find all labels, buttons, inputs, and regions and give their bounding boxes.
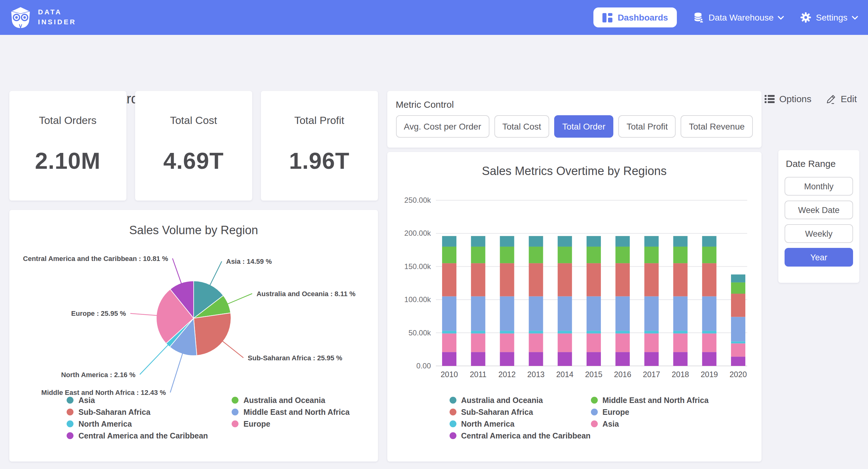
bar-segment[interactable] [644,296,658,331]
bar-segment[interactable] [644,331,658,333]
bar-segment[interactable] [500,331,514,333]
nav-data-warehouse[interactable]: Data Warehouse [693,12,784,23]
bar-segment[interactable] [615,352,629,366]
bar-segment[interactable] [442,247,456,263]
bar-segment[interactable] [731,357,745,366]
legend-item[interactable]: Central America and the Caribbean [449,430,591,442]
metric-button-total-cost[interactable]: Total Cost [494,115,550,138]
bar-segment[interactable] [586,333,600,352]
bar-segment[interactable] [528,236,542,247]
bar-segment[interactable] [731,341,745,343]
bar-segment[interactable] [615,331,629,333]
bar-segment[interactable] [673,263,687,296]
date-button-week-date[interactable]: Week Date [784,201,853,219]
legend-item[interactable]: Sub-Saharan Africa [449,406,591,418]
bar-segment[interactable] [528,331,542,333]
bar-segment[interactable] [442,331,456,333]
bar-segment[interactable] [673,331,687,333]
bar-segment[interactable] [586,352,600,366]
bar-segment[interactable] [442,263,456,296]
metric-button-total-order[interactable]: Total Order [554,115,614,138]
metric-button-total-profit[interactable]: Total Profit [619,115,676,138]
legend-item[interactable]: Middle East and North Africa [231,406,350,418]
bar-segment[interactable] [471,263,485,296]
bar-segment[interactable] [528,352,542,366]
bar-segment[interactable] [702,296,716,331]
bar-segment[interactable] [731,344,745,357]
bar-segment[interactable] [528,333,542,352]
bar-segment[interactable] [557,296,571,331]
bar-segment[interactable] [500,296,514,331]
bar-segment[interactable] [615,296,629,331]
bar-segment[interactable] [615,247,629,263]
legend-item[interactable]: Australia and Oceania [449,394,591,406]
bar-segment[interactable] [615,263,629,296]
bar-segment[interactable] [644,333,658,352]
bar-segment[interactable] [471,247,485,263]
bar-segment[interactable] [731,283,745,294]
bar-segment[interactable] [557,247,571,263]
legend-item[interactable]: North America [67,418,208,430]
bar-segment[interactable] [615,236,629,247]
bar-segment[interactable] [442,236,456,247]
bar-segment[interactable] [644,263,658,296]
bar-segment[interactable] [442,352,456,366]
options-button[interactable]: Options [765,93,811,104]
date-button-year[interactable]: Year [784,248,853,267]
bar-segment[interactable] [528,263,542,296]
date-button-monthly[interactable]: Monthly [784,177,853,196]
legend-item[interactable]: Australia and Oceania [231,394,350,406]
bar-segment[interactable] [500,236,514,247]
bar-segment[interactable] [702,263,716,296]
bar-segment[interactable] [557,333,571,352]
legend-item[interactable]: Asia [67,394,208,406]
bar-segment[interactable] [471,333,485,352]
bar-segment[interactable] [557,352,571,366]
legend-item[interactable]: Asia [591,418,709,430]
pie-slice-2[interactable] [194,313,231,356]
bar-segment[interactable] [673,296,687,331]
pie-chart[interactable]: Asia : 14.59 %Australia and Oceania : 8.… [9,235,378,397]
bar-segment[interactable] [528,247,542,263]
legend-item[interactable]: Central America and the Caribbean [67,430,208,442]
bar-segment[interactable] [731,294,745,317]
bar-segment[interactable] [528,296,542,331]
bar-segment[interactable] [702,333,716,352]
legend-item[interactable]: North America [449,418,591,430]
bar-segment[interactable] [702,331,716,333]
bar-segment[interactable] [586,247,600,263]
bar-segment[interactable] [644,247,658,263]
bar-segment[interactable] [442,296,456,331]
metric-button-total-revenue[interactable]: Total Revenue [681,115,753,138]
bar-segment[interactable] [731,274,745,283]
metric-button-avg-cost-per-order[interactable]: Avg. Cost per Order [396,115,489,138]
bar-segment[interactable] [673,352,687,366]
bar-segment[interactable] [471,296,485,331]
bar-segment[interactable] [644,236,658,247]
bar-segment[interactable] [673,236,687,247]
bar-segment[interactable] [557,263,571,296]
nav-settings[interactable]: Settings [801,12,858,23]
bar-segment[interactable] [702,352,716,366]
bar-segment[interactable] [673,333,687,352]
date-button-weekly[interactable]: Weekly [784,224,853,243]
legend-item[interactable]: Europe [231,418,350,430]
bar-segment[interactable] [702,236,716,247]
legend-item[interactable]: Middle East and North Africa [591,394,709,406]
bar-segment[interactable] [500,247,514,263]
legend-item[interactable]: Sub-Saharan Africa [67,406,208,418]
bar-segment[interactable] [471,352,485,366]
bar-segment[interactable] [702,247,716,263]
bar-segment[interactable] [673,247,687,263]
bar-segment[interactable] [731,317,745,342]
bar-segment[interactable] [442,333,456,352]
edit-button[interactable]: Edit [826,93,857,104]
legend-item[interactable]: Europe [591,406,709,418]
bar-segment[interactable] [471,236,485,247]
bar-segment[interactable] [586,296,600,331]
bar-segment[interactable] [471,331,485,333]
bar-segment[interactable] [500,263,514,296]
bar-segment[interactable] [557,331,571,333]
bar-segment[interactable] [500,352,514,366]
bar-chart[interactable]: 0.0050.00k100.00k150.00k200.00k250.00k20… [387,180,761,389]
